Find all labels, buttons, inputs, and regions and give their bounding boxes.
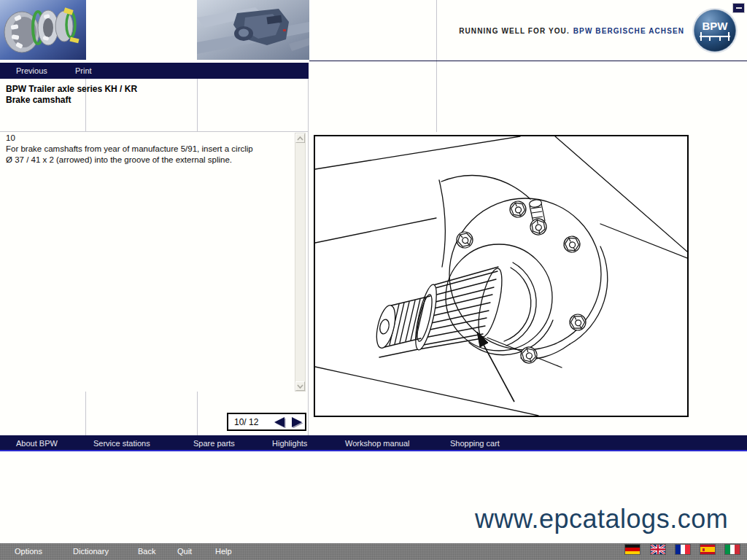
step-number: 10: [6, 133, 292, 144]
help-button[interactable]: Help: [215, 543, 232, 560]
machinery-photo: [197, 0, 309, 60]
nav-about-bpw[interactable]: About BPW: [16, 435, 58, 451]
quit-button[interactable]: Quit: [177, 543, 192, 560]
minimize-button[interactable]: [732, 3, 745, 13]
scroll-up-button[interactable]: [295, 133, 305, 143]
application-window: RUNNING WELL FOR YOU.BPW BERGISCHE ACHSE…: [0, 0, 747, 560]
bracket-stud: [528, 199, 549, 237]
minimize-icon: [736, 7, 742, 9]
print-button[interactable]: Print: [75, 63, 92, 79]
triangle-right-icon: [290, 416, 305, 429]
page-title-line1: BPW Trailer axle series KH / KR: [6, 84, 137, 95]
previous-button[interactable]: Previous: [16, 63, 47, 79]
watermark: www.epcatalogs.com: [475, 504, 728, 534]
footer-divider: [85, 392, 86, 435]
instruction-text: 10 For brake camshafts from year of manu…: [6, 133, 292, 166]
slogan-text: RUNNING WELL FOR YOU.: [459, 27, 570, 35]
nav-spare-parts[interactable]: Spare parts: [193, 435, 235, 451]
scroll-down-button[interactable]: [295, 381, 305, 391]
text-scrollbar[interactable]: [295, 133, 306, 392]
main-navigation: About BPW Service stations Spare parts H…: [0, 435, 747, 451]
nav-service-stations[interactable]: Service stations: [93, 435, 150, 451]
title-divider: [197, 79, 198, 131]
brand-slogan: RUNNING WELL FOR YOU.BPW BERGISCHE ACHSE…: [459, 27, 684, 35]
chevron-down-icon: [297, 384, 303, 389]
flag-united-kingdom-icon[interactable]: [651, 545, 665, 554]
brand-name: BPW BERGISCHE ACHSEN: [573, 27, 684, 35]
toolbar: Previous Print: [0, 63, 309, 79]
chevron-up-icon: [297, 136, 303, 141]
nav-workshop-manual[interactable]: Workshop manual: [345, 435, 409, 451]
next-page-button[interactable]: [290, 416, 305, 432]
nav-highlights[interactable]: Highlights: [272, 435, 307, 451]
options-button[interactable]: Options: [15, 543, 42, 560]
page-title: BPW Trailer axle series KH / KR Brake ca…: [6, 84, 137, 106]
page-indicator: 10/ 12: [234, 417, 258, 427]
title-rule: [0, 131, 309, 132]
previous-page-button[interactable]: [272, 416, 287, 432]
flag-france-icon[interactable]: [676, 545, 690, 554]
footer-divider: [197, 392, 198, 435]
bpw-logo-icon: BPW: [692, 7, 738, 54]
figure-frame: [314, 135, 689, 417]
instruction-line1: For brake camshafts from year of manufac…: [6, 144, 292, 155]
triangle-left-icon: [272, 416, 287, 429]
dictionary-button[interactable]: Dictionary: [73, 543, 109, 560]
instruction-line2: Ø 37 / 41 x 2 (arrowed) into the groove …: [6, 155, 292, 166]
flange-bolts: [455, 201, 586, 365]
header-rule: [309, 61, 747, 61]
circlip-arrow: [477, 332, 514, 402]
back-button[interactable]: Back: [138, 543, 155, 560]
flag-italy-icon[interactable]: [725, 545, 740, 554]
nav-shopping-cart[interactable]: Shopping cart: [450, 435, 500, 451]
axle-diagram: [315, 136, 687, 416]
panel-divider: [308, 79, 309, 435]
bearing-photo: [0, 0, 86, 60]
header-divider: [436, 0, 437, 132]
page-title-line2: Brake camshaft: [6, 95, 137, 106]
flag-spain-icon[interactable]: [700, 545, 715, 554]
page-navigator: 10/ 12: [227, 413, 306, 431]
flag-germany-icon[interactable]: [625, 545, 640, 554]
logo-text: BPW: [703, 20, 729, 32]
